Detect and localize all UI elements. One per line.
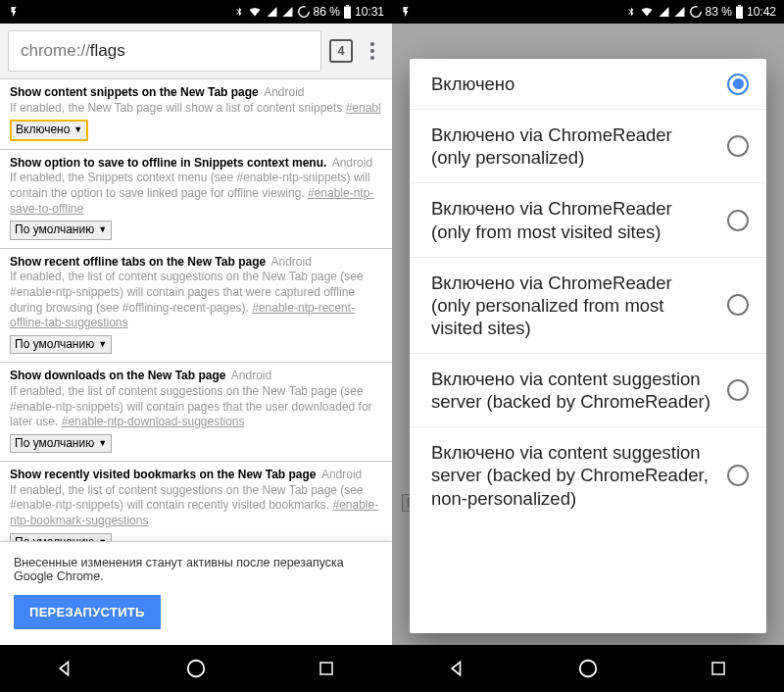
- status-bar: 83 % 10:42: [392, 0, 784, 24]
- flag-title: Show downloads on the New Tab page: [10, 369, 225, 382]
- flag-item: Show downloads on the New Tab page Andro…: [0, 363, 392, 462]
- flash-icon: [8, 5, 20, 19]
- radio-label: Включено via ChromeReader (only personal…: [431, 124, 713, 169]
- clock-time: 10:31: [355, 5, 384, 19]
- flag-item: Show option to save to offline in Snippe…: [0, 150, 392, 249]
- signal-icon: [281, 6, 294, 18]
- flash-icon: [400, 5, 412, 19]
- radio-option[interactable]: Включено via ChromeReader (only from mos…: [410, 183, 766, 257]
- wifi-icon: [639, 6, 655, 18]
- svg-point-8: [580, 661, 597, 677]
- svg-rect-7: [738, 5, 741, 6]
- wifi-icon: [247, 6, 263, 18]
- flag-dropdown[interactable]: По умолчанию ▼: [10, 434, 112, 454]
- radio-button-icon: [727, 210, 749, 231]
- bluetooth-icon: [234, 5, 244, 19]
- chevron-down-icon: ▼: [98, 339, 107, 351]
- recents-button[interactable]: [307, 649, 346, 688]
- flag-dropdown-value: Включено: [16, 123, 70, 138]
- flag-item: Show content snippets on the New Tab pag…: [0, 78, 392, 150]
- omnibox-prefix: chrome://: [21, 41, 90, 61]
- clock-time: 10:42: [747, 5, 776, 19]
- radio-label: Включено via content suggestion server (…: [431, 441, 713, 509]
- omnibox-path: flags: [90, 41, 125, 61]
- flag-platform: Android: [332, 156, 372, 170]
- signal-icon: [266, 6, 278, 18]
- flag-item: Show recently visited bookmarks on the N…: [0, 462, 392, 541]
- signal-icon: [673, 6, 686, 18]
- flag-title: Show content snippets on the New Tab pag…: [10, 85, 259, 99]
- omnibox[interactable]: chrome://flags: [8, 30, 321, 72]
- flag-dropdown-value: По умолчанию: [15, 222, 94, 238]
- flag-platform: Android: [264, 85, 304, 99]
- phone-left: 86 % 10:31 chrome://flags 4 Show content…: [0, 0, 392, 692]
- nav-bar: [0, 645, 392, 692]
- nav-bar: [392, 645, 784, 692]
- relaunch-message: Внесенные изменения станут активны после…: [14, 556, 378, 583]
- flag-dropdown[interactable]: По умолчанию ▼: [10, 335, 112, 355]
- flag-platform: Android: [231, 369, 271, 382]
- radio-label: Включено via content suggestion server (…: [431, 368, 713, 413]
- battery-icon: [343, 5, 352, 19]
- battery-percent: 83 %: [706, 5, 732, 19]
- flag-description: If enabled, the New Tab page will show a…: [10, 101, 346, 115]
- radio-option[interactable]: Включено via ChromeReader (only personal…: [410, 258, 766, 354]
- flag-dropdown[interactable]: Включено ▼: [10, 120, 88, 141]
- home-button[interactable]: [176, 649, 216, 688]
- flag-description: If enabled, the list of content suggesti…: [10, 483, 364, 513]
- radio-button-icon: [727, 74, 749, 95]
- svg-rect-9: [712, 663, 724, 674]
- signal-icon: [658, 6, 670, 18]
- radio-option[interactable]: Включено: [410, 59, 766, 110]
- radio-label: Включено via ChromeReader (only from mos…: [431, 197, 713, 242]
- svg-point-5: [690, 7, 701, 18]
- flag-dropdown[interactable]: По умолчанию ▼: [10, 221, 112, 240]
- recents-button[interactable]: [699, 649, 738, 688]
- back-button[interactable]: [46, 649, 85, 688]
- svg-point-0: [298, 7, 309, 18]
- overflow-menu-button[interactable]: [361, 38, 384, 64]
- flag-platform: Android: [270, 255, 311, 269]
- chevron-down-icon: ▼: [74, 124, 82, 136]
- tab-count: 4: [338, 44, 345, 58]
- relaunch-button[interactable]: ПЕРЕЗАПУСТИТЬ: [14, 595, 161, 629]
- flag-hash-link[interactable]: #enable-ntp-download-suggestions: [62, 415, 245, 428]
- flag-dropdown-value: По умолчанию: [15, 436, 94, 452]
- battery-icon: [735, 5, 744, 19]
- svg-rect-1: [344, 6, 351, 19]
- radio-label: Включено: [431, 73, 713, 95]
- back-button[interactable]: [438, 649, 477, 688]
- flag-dropdown[interactable]: По умолчанию ▼: [10, 533, 112, 541]
- flag-platform: Android: [321, 468, 362, 481]
- relaunch-bar: Внесенные изменения станут активны после…: [0, 541, 392, 645]
- radio-label: Включено via ChromeReader (only personal…: [431, 272, 713, 339]
- svg-rect-6: [736, 6, 743, 19]
- svg-rect-4: [320, 663, 332, 674]
- flag-item: Show recent offline tabs on the New Tab …: [0, 249, 392, 364]
- status-bar: 86 % 10:31: [0, 0, 392, 24]
- flag-title: Show recent offline tabs on the New Tab …: [10, 255, 266, 269]
- radio-option[interactable]: Включено via ChromeReader (only personal…: [410, 110, 766, 183]
- loading-icon: [689, 5, 703, 19]
- flag-hash-link[interactable]: #enabl: [346, 101, 381, 115]
- radio-option[interactable]: Включено via content suggestion server (…: [410, 354, 766, 427]
- loading-icon: [297, 5, 311, 19]
- bluetooth-icon: [626, 5, 636, 19]
- chevron-down-icon: ▼: [98, 438, 107, 450]
- flag-title: Show recently visited bookmarks on the N…: [10, 468, 317, 481]
- options-dialog: ВключеноВключено via ChromeReader (only …: [410, 59, 766, 633]
- flag-title: Show option to save to offline in Snippe…: [10, 156, 326, 170]
- flag-dropdown-value: По умолчанию: [15, 337, 94, 353]
- radio-button-icon: [727, 135, 749, 157]
- chevron-down-icon: ▼: [98, 224, 107, 236]
- svg-point-3: [188, 661, 205, 677]
- chrome-toolbar: chrome://flags 4: [0, 24, 392, 78]
- tab-switcher-button[interactable]: 4: [329, 39, 353, 63]
- home-button[interactable]: [568, 649, 608, 688]
- radio-option[interactable]: Включено via content suggestion server (…: [410, 427, 766, 522]
- flags-list[interactable]: Show content snippets on the New Tab pag…: [0, 78, 392, 541]
- radio-button-icon: [727, 294, 749, 316]
- radio-button-icon: [727, 465, 749, 486]
- svg-rect-2: [346, 5, 349, 6]
- radio-button-icon: [727, 379, 749, 401]
